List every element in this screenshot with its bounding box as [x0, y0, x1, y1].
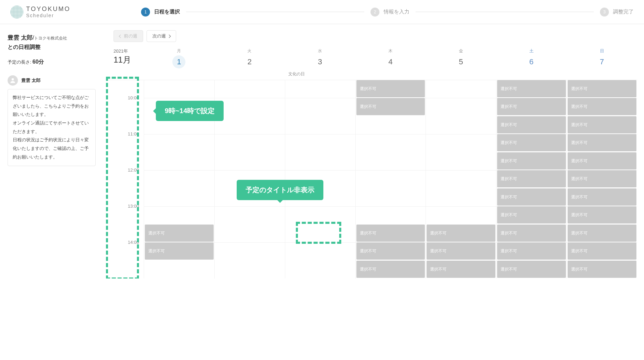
unavailable-slot: 選択不可 [497, 80, 566, 97]
header: TOYOKUMO Scheduler 1 日程を選択 2 情報を入力 3 調整完… [0, 0, 644, 24]
time-label: 10:00 [106, 95, 144, 131]
chevron-left-icon [119, 34, 122, 38]
holiday-cell [567, 68, 637, 80]
time-column: 10:0011:0012:0013:0014:00 [106, 80, 144, 279]
holiday-row: 文化の日 [106, 68, 637, 80]
prev-week-button: 前の週 [114, 30, 143, 42]
unavailable-slot: 選択不可 [568, 206, 636, 223]
unavailable-slot: 選択不可 [497, 261, 566, 278]
day-column[interactable] [285, 80, 355, 279]
unavailable-slot: 選択不可 [356, 242, 425, 260]
user-name: 豊雲 太郎 [21, 77, 41, 84]
unavailable-slot: 選択不可 [568, 242, 636, 260]
holiday-cell [214, 68, 285, 80]
user-row: 豊雲 太郎 [8, 75, 96, 86]
time-label: 11:00 [106, 131, 144, 167]
unavailable-slot: 選択不可 [356, 261, 425, 278]
day-column[interactable]: 選択不可選択不可選択不可選択不可選択不可 [355, 80, 426, 279]
unavailable-slot: 選択不可 [356, 225, 425, 242]
sidebar: 豊雲 太郎/トヨクモ株式会社 との日程調整 予定の長さ: 60分 豊雲 太郎 弊… [0, 24, 103, 279]
holiday-cell: 文化の日 [285, 68, 355, 80]
time-label: 14:00 [106, 240, 144, 276]
unavailable-slot: 選択不可 [497, 98, 566, 115]
day-column[interactable]: 選択不可選択不可選択不可選択不可選択不可選択不可選択不可選択不可選択不可選択不可… [567, 80, 637, 279]
unavailable-slot: 選択不可 [427, 242, 495, 260]
calendar-header-row: 2021年 11月 月1火2水3木4金5土6日7 [106, 48, 637, 68]
unavailable-slot: 選択不可 [568, 152, 636, 170]
time-label: 13:00 [106, 204, 144, 240]
next-week-button[interactable]: 次の週 [147, 30, 176, 42]
callout-title-hidden: 予定のタイトル非表示 [237, 180, 323, 200]
holiday-cell [144, 68, 214, 80]
month-label: 2021年 11月 [106, 48, 144, 68]
unavailable-slot: 選択不可 [568, 170, 636, 187]
unavailable-slot: 選択不可 [497, 152, 566, 170]
unavailable-slot: 選択不可 [356, 98, 425, 115]
unavailable-slot: 選択不可 [145, 242, 214, 260]
message-box: 弊社サービスについてご不明な点がございましたら、こちらよりご予約をお願いいたしま… [8, 89, 96, 166]
day-head-1: 月1 [144, 48, 214, 68]
brand-name: TOYOKUMO [26, 6, 71, 13]
day-column[interactable]: 選択不可選択不可選択不可選択不可選択不可選択不可選択不可選択不可選択不可選択不可… [496, 80, 567, 279]
unavailable-slot: 選択不可 [497, 134, 566, 151]
unavailable-slot: 選択不可 [497, 242, 566, 260]
day-head-6: 土6 [496, 48, 567, 68]
unavailable-slot: 選択不可 [568, 134, 636, 151]
day-head-2: 火2 [214, 48, 285, 68]
unavailable-slot: 選択不可 [497, 170, 566, 187]
brand: TOYOKUMO Scheduler [10, 6, 141, 19]
holiday-cell [426, 68, 496, 80]
unavailable-slot: 選択不可 [497, 188, 566, 206]
unavailable-slot: 選択不可 [568, 80, 636, 97]
duration-row: 予定の長さ: 60分 [8, 58, 96, 66]
calendar-content: 前の週 次の週 2021年 11月 月1火2水3木4金5土6日7 文化の日 10… [103, 24, 644, 279]
day-head-3: 水3 [285, 48, 355, 68]
step-3: 3 調整完了 [600, 8, 634, 17]
unavailable-slot: 選択不可 [427, 225, 495, 242]
unavailable-slot: 選択不可 [427, 261, 495, 278]
callout-time-range: 9時~14時で設定 [156, 101, 224, 121]
progress-steps: 1 日程を選択 2 情報を入力 3 調整完了 [141, 8, 634, 17]
unavailable-slot: 選択不可 [568, 98, 636, 115]
day-column[interactable]: 選択不可選択不可選択不可 [426, 80, 496, 279]
holiday-cell [496, 68, 567, 80]
unavailable-slot: 選択不可 [568, 188, 636, 206]
avatar-icon [8, 75, 18, 86]
day-column[interactable] [214, 80, 285, 279]
day-head-4: 木4 [355, 48, 426, 68]
step-1: 1 日程を選択 [141, 8, 180, 17]
unavailable-slot: 選択不可 [356, 80, 425, 97]
unavailable-slot: 選択不可 [497, 116, 566, 133]
step-2: 2 情報を入力 [371, 8, 409, 17]
unavailable-slot: 選択不可 [497, 206, 566, 223]
day-head-7: 日7 [567, 48, 637, 68]
unavailable-slot: 選択不可 [568, 261, 636, 278]
chevron-right-icon [168, 34, 171, 38]
time-label: 12:00 [106, 167, 144, 204]
unavailable-slot: 選択不可 [568, 116, 636, 133]
day-head-5: 金5 [426, 48, 496, 68]
host-subtitle: との日程調整 [8, 44, 96, 51]
unavailable-slot: 選択不可 [497, 225, 566, 242]
unavailable-slot: 選択不可 [145, 225, 214, 242]
holiday-cell [355, 68, 426, 80]
host-heading: 豊雲 太郎/トヨクモ株式会社 [8, 34, 96, 42]
unavailable-slot: 選択不可 [568, 225, 636, 242]
brand-logo-icon [10, 6, 23, 19]
svg-point-0 [12, 78, 14, 80]
brand-sub: Scheduler [26, 13, 71, 18]
